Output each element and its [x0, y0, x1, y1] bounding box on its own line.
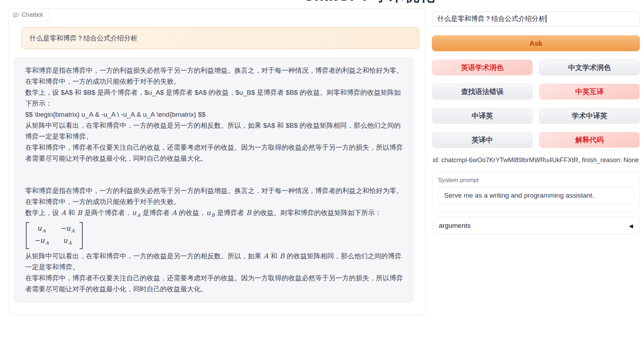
bot-paragraph-math: 数学上，设 A 和 B 是两个博弈者，uA 是博弈者 A 的收益，uB 是博弈者… — [25, 207, 404, 221]
system-prompt-input[interactable]: Serve me as a writing and programming as… — [438, 187, 634, 204]
bot-rendered-block: 零和博弈是指在博弈中，一方的利益损失必然等于另一方的利益增益。换言之，对于每一种… — [25, 185, 404, 295]
button-find-grammar-errors[interactable]: 查找语法错误 — [432, 84, 533, 99]
bot-paragraph: 零和博弈是指在博弈中，一方的利益损失必然等于另一方的利益增益。换言之，对于每一种… — [25, 65, 404, 87]
matrix-cell: −uA — [34, 236, 49, 248]
bot-paragraph: 数学上，设 $A$ 和 $B$ 是两个博弈者，$u_A$ 是博弈者 $A$ 的收… — [25, 87, 404, 109]
bot-paragraph: 在零和博弈中，博弈者不仅要关注自己的收益，还需要考虑对手的收益。因为一方取得的收… — [25, 273, 404, 295]
chat-bubble-icon — [13, 12, 19, 18]
button-en-to-zh[interactable]: 英译中 — [432, 132, 533, 148]
button-zh-en-mutual-translate[interactable]: 中英互译 — [539, 84, 640, 99]
button-zh-to-en[interactable]: 中译英 — [432, 108, 533, 123]
button-academic-zh-to-en[interactable]: 学术中译英 — [539, 108, 640, 123]
matrix-cell: −uA — [60, 224, 75, 236]
question-input-value: 什么是零和博弈？结合公式介绍分析 — [437, 14, 545, 23]
accordion-label: arguments — [439, 222, 471, 230]
matrix-cell: uA — [60, 236, 75, 248]
question-input[interactable]: 什么是零和博弈？结合公式介绍分析 — [432, 11, 640, 26]
system-prompt-label: System prompt — [438, 177, 634, 184]
matrix-left-bracket — [26, 222, 29, 249]
collapse-left-triangle-icon: ◀ — [629, 223, 633, 229]
user-message-text: 什么是零和博弈？结合公式介绍分析 — [29, 33, 411, 44]
bot-paragraph: 在零和博弈中，博弈者不仅要关注自己的收益，还需要考虑对手的收益。因为一方取得的收… — [25, 142, 404, 164]
status-text: id: chatcmpl-6wOo7KrYTwMl89lbrMWRu4UkFFX… — [433, 156, 640, 164]
matrix-right-bracket — [80, 222, 83, 249]
chatbot-label-text: Chatbot — [22, 11, 43, 18]
bot-paragraph: 零和博弈是指在博弈中，一方的利益损失必然等于另一方的利益增益。换言之，对于每一种… — [25, 185, 404, 207]
button-explain-code[interactable]: 解释代码 — [539, 132, 640, 148]
chat-messages: 什么是零和博弈？结合公式介绍分析 零和博弈是指在博弈中，一方的利益损失必然等于另… — [9, 27, 425, 315]
bot-paragraph: 从矩阵中可以看出，在零和博弈中，一方的收益是另一方的相反数。所以，如果 $A$ … — [25, 120, 404, 142]
matrix-cell: uA — [34, 224, 49, 236]
user-message: 什么是零和博弈？结合公式介绍分析 — [21, 27, 419, 49]
bot-raw-block: 零和博弈是指在博弈中，一方的利益损失必然等于另一方的利益增益。换言之，对于每一种… — [25, 65, 404, 164]
bot-paragraph-math: 从矩阵中可以看出，在零和博弈中，一方的收益是另一方的相反数。所以，如果 A 和 … — [25, 251, 404, 273]
page-title: ChatGPT 学术优化 — [295, 0, 444, 4]
system-prompt-value: Serve me as a writing and programming as… — [444, 192, 594, 199]
chatbot-panel: Chatbot 什么是零和博弈？结合公式介绍分析 零和博弈是指在博弈中，一方的利… — [8, 9, 425, 315]
system-prompt-card: System prompt Serve me as a writing and … — [432, 172, 640, 212]
button-english-academic-polish[interactable]: 英语学术润色 — [432, 60, 533, 75]
payoff-matrix: uA −uA −uA uA — [26, 222, 83, 249]
ask-button[interactable]: Ask — [432, 35, 640, 51]
chatbot-label: Chatbot — [9, 9, 49, 21]
bot-latex-source: $$ \begin{bmatrix} u_A & -u_A \ -u_A & u… — [25, 109, 404, 120]
bot-message: 零和博弈是指在博弈中，一方的利益损失必然等于另一方的利益增益。换言之，对于每一种… — [14, 57, 414, 302]
arguments-accordion[interactable]: arguments ◀ — [432, 217, 640, 235]
text-caret — [546, 15, 546, 23]
quick-actions-grid: 英语学术润色 中文学术润色 查找语法错误 中英互译 中译英 学术中译英 英译中 … — [432, 60, 640, 148]
button-chinese-academic-polish[interactable]: 中文学术润色 — [539, 60, 640, 75]
